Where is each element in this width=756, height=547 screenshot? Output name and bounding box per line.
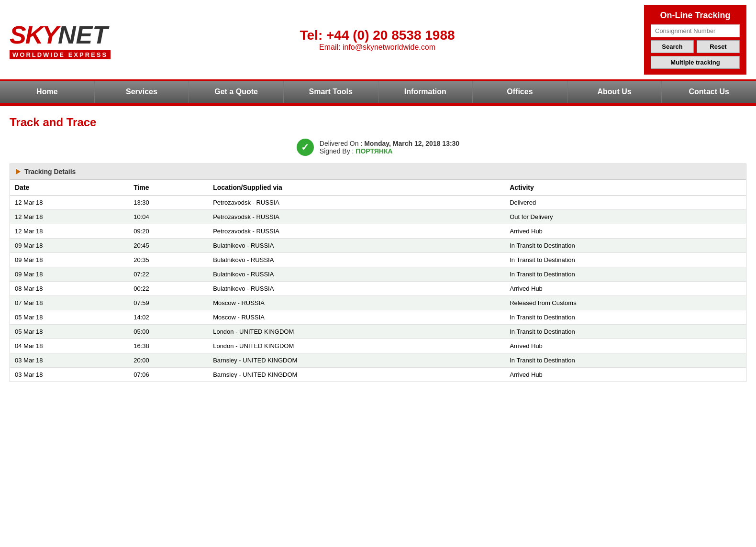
header: SKYNET WORLDWIDE EXPRESS Tel: +44 (0) 20…: [0, 0, 756, 81]
phone-number: Tel: +44 (0) 20 8538 1988: [111, 28, 644, 43]
cell-location: Moscow - RUSSIA: [208, 296, 505, 310]
search-button[interactable]: Search: [651, 40, 694, 53]
signed-by-label: Signed By :: [320, 147, 354, 155]
table-col-location-supplied-via: Location/Supplied via: [208, 180, 505, 196]
cell-activity: Arrived Hub: [505, 224, 746, 239]
nav-item-get-a-quote[interactable]: Get a Quote: [189, 81, 284, 103]
triangle-icon: [16, 169, 21, 175]
cell-time: 10:04: [129, 210, 208, 224]
logo-worldwide: WORLDWIDE EXPRESS: [10, 50, 111, 59]
table-row: 09 Mar 1807:22Bulatnikovo - RUSSIAIn Tra…: [10, 267, 746, 282]
cell-date: 09 Mar 18: [10, 239, 129, 253]
table-col-activity: Activity: [505, 180, 746, 196]
cell-location: Bulatnikovo - RUSSIA: [208, 253, 505, 267]
cell-activity: Arrived Hub: [505, 368, 746, 382]
tracking-panel-title: Tracking Details: [24, 168, 76, 175]
cell-location: Bulatnikovo - RUSSIA: [208, 267, 505, 282]
cell-time: 14:02: [129, 310, 208, 325]
logo-area: SKYNET WORLDWIDE EXPRESS: [10, 21, 111, 59]
cell-time: 07:22: [129, 267, 208, 282]
cell-location: Bulatnikovo - RUSSIA: [208, 239, 505, 253]
cell-date: 12 Mar 18: [10, 196, 129, 210]
cell-time: 07:59: [129, 296, 208, 310]
cell-date: 12 Mar 18: [10, 210, 129, 224]
table-row: 03 Mar 1820:00Barnsley - UNITED KINGDOMI…: [10, 353, 746, 368]
delivery-status: ✓ Delivered On : Monday, March 12, 2018 …: [10, 139, 746, 156]
navigation: HomeServicesGet a QuoteSmart ToolsInform…: [0, 81, 756, 104]
cell-date: 07 Mar 18: [10, 296, 129, 310]
cell-activity: Delivered: [505, 196, 746, 210]
logo-text: SKYNET: [10, 21, 111, 49]
cell-date: 12 Mar 18: [10, 224, 129, 239]
cell-time: 16:38: [129, 339, 208, 353]
cell-activity: Arrived Hub: [505, 282, 746, 296]
multiple-tracking-button[interactable]: Multiple tracking: [651, 56, 740, 69]
cell-activity: Released from Customs: [505, 296, 746, 310]
nav-item-home[interactable]: Home: [0, 81, 95, 103]
table-row: 05 Mar 1814:02Moscow - RUSSIAIn Transit …: [10, 310, 746, 325]
email-address: Email: info@skynetworldwide.com: [111, 43, 644, 52]
nav-item-information[interactable]: Information: [378, 81, 473, 103]
tracking-table: DateTimeLocation/Supplied viaActivity 12…: [10, 180, 746, 382]
delivered-label: Delivered On :: [320, 140, 362, 147]
logo-net: NET: [58, 21, 108, 49]
cell-activity: Out for Delivery: [505, 210, 746, 224]
cell-location: Moscow - RUSSIA: [208, 310, 505, 325]
cell-date: 03 Mar 18: [10, 353, 129, 368]
cell-time: 05:00: [129, 325, 208, 339]
cell-date: 05 Mar 18: [10, 310, 129, 325]
cell-time: 20:35: [129, 253, 208, 267]
delivery-info: Delivered On : Monday, March 12, 2018 13…: [320, 140, 459, 155]
nav-item-about-us[interactable]: About Us: [567, 81, 662, 103]
table-row: 03 Mar 1807:06Barnsley - UNITED KINGDOMA…: [10, 368, 746, 382]
tracking-panel-header: Tracking Details: [10, 164, 746, 180]
cell-date: 09 Mar 18: [10, 267, 129, 282]
table-row: 04 Mar 1816:38London - UNITED KINGDOMArr…: [10, 339, 746, 353]
tracking-panel: Tracking Details DateTimeLocation/Suppli…: [10, 164, 746, 382]
cell-date: 08 Mar 18: [10, 282, 129, 296]
cell-activity: In Transit to Destination: [505, 310, 746, 325]
cell-time: 00:22: [129, 282, 208, 296]
nav-item-smart-tools[interactable]: Smart Tools: [284, 81, 378, 103]
cell-location: Barnsley - UNITED KINGDOM: [208, 368, 505, 382]
table-row: 09 Mar 1820:45Bulatnikovo - RUSSIAIn Tra…: [10, 239, 746, 253]
table-row: 12 Mar 1813:30Petrozavodsk - RUSSIADeliv…: [10, 196, 746, 210]
page-title: Track and Trace: [10, 116, 746, 129]
cell-location: Petrozavodsk - RUSSIA: [208, 210, 505, 224]
cell-location: Petrozavodsk - RUSSIA: [208, 196, 505, 210]
tracking-box: On-Line Tracking Search Reset Multiple t…: [644, 5, 746, 75]
main-content: Track and Trace ✓ Delivered On : Monday,…: [0, 106, 756, 396]
nav-item-services[interactable]: Services: [95, 81, 189, 103]
cell-location: Barnsley - UNITED KINGDOM: [208, 353, 505, 368]
cell-activity: In Transit to Destination: [505, 325, 746, 339]
tracking-title: On-Line Tracking: [651, 11, 740, 21]
cell-location: Petrozavodsk - RUSSIA: [208, 224, 505, 239]
cell-activity: In Transit to Destination: [505, 267, 746, 282]
cell-time: 20:45: [129, 239, 208, 253]
cell-date: 03 Mar 18: [10, 368, 129, 382]
contact-area: Tel: +44 (0) 20 8538 1988 Email: info@sk…: [111, 28, 644, 52]
nav-item-offices[interactable]: Offices: [473, 81, 567, 103]
cell-time: 20:00: [129, 353, 208, 368]
table-row: 09 Mar 1820:35Bulatnikovo - RUSSIAIn Tra…: [10, 253, 746, 267]
table-row: 07 Mar 1807:59Moscow - RUSSIAReleased fr…: [10, 296, 746, 310]
table-col-date: Date: [10, 180, 129, 196]
cell-activity: In Transit to Destination: [505, 253, 746, 267]
cell-location: London - UNITED KINGDOM: [208, 339, 505, 353]
cell-date: 04 Mar 18: [10, 339, 129, 353]
cell-time: 09:20: [129, 224, 208, 239]
reset-button[interactable]: Reset: [697, 40, 740, 53]
table-row: 05 Mar 1805:00London - UNITED KINGDOMIn …: [10, 325, 746, 339]
nav-item-contact-us[interactable]: Contact Us: [662, 81, 756, 103]
cell-time: 07:06: [129, 368, 208, 382]
consignment-input[interactable]: [651, 24, 740, 37]
table-header-row: DateTimeLocation/Supplied viaActivity: [10, 180, 746, 196]
signed-by-name: ПОРТЯНКА: [356, 147, 392, 155]
cell-location: London - UNITED KINGDOM: [208, 325, 505, 339]
cell-location: Bulatnikovo - RUSSIA: [208, 282, 505, 296]
delivered-date: Monday, March 12, 2018 13:30: [364, 140, 459, 147]
cell-activity: In Transit to Destination: [505, 239, 746, 253]
cell-activity: In Transit to Destination: [505, 353, 746, 368]
cell-date: 05 Mar 18: [10, 325, 129, 339]
cell-time: 13:30: [129, 196, 208, 210]
